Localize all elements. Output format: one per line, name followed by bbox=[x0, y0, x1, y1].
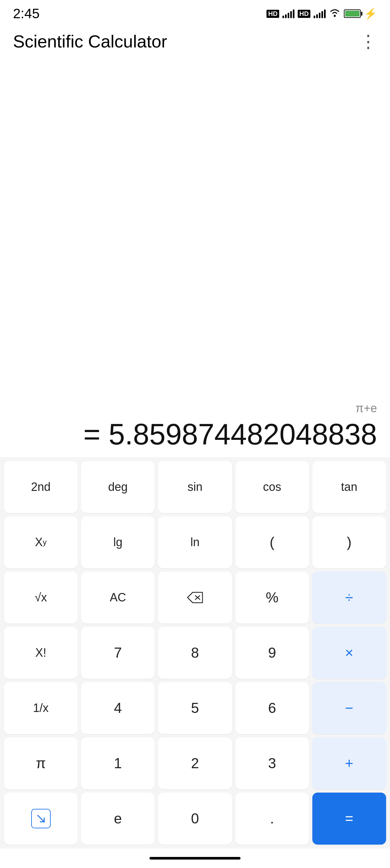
key-deg[interactable]: deg bbox=[81, 461, 155, 513]
wifi-icon bbox=[329, 8, 340, 20]
keypad-row-2: Xy lg ln ( ) bbox=[4, 516, 386, 568]
keypad-row-3: √x AC % ÷ bbox=[4, 571, 386, 623]
app-header: Scientific Calculator ⋮ bbox=[0, 25, 390, 58]
hd-badge-2: HD bbox=[298, 10, 311, 18]
key-equals[interactable]: = bbox=[312, 793, 386, 845]
key-tan[interactable]: tan bbox=[312, 461, 386, 513]
status-bar: 2:45 HD HD bbox=[0, 0, 390, 25]
key-xy[interactable]: Xy bbox=[4, 516, 78, 568]
key-multiply[interactable]: × bbox=[312, 627, 386, 679]
battery-icon: 100 bbox=[344, 9, 361, 18]
display-area: π+e = 5.859874482048838 bbox=[0, 58, 390, 457]
home-indicator bbox=[150, 857, 240, 860]
keypad-row-1: 2nd deg sin cos tan bbox=[4, 461, 386, 513]
key-backspace[interactable] bbox=[158, 571, 232, 623]
key-ln[interactable]: ln bbox=[158, 516, 232, 568]
key-sqrt[interactable]: √x bbox=[4, 571, 78, 623]
key-cos[interactable]: cos bbox=[235, 461, 309, 513]
key-2[interactable]: 2 bbox=[158, 737, 232, 789]
keypad: 2nd deg sin cos tan Xy lg ln ( ) √x AC %… bbox=[0, 457, 390, 848]
status-time: 2:45 bbox=[13, 6, 40, 22]
home-bar bbox=[0, 848, 390, 868]
key-e[interactable]: e bbox=[81, 793, 155, 845]
display-formula: π+e bbox=[13, 402, 377, 415]
keypad-row-5: 1/x 4 5 6 − bbox=[4, 682, 386, 734]
status-icons: HD HD bbox=[266, 7, 377, 20]
signal-bars-1 bbox=[283, 9, 294, 18]
key-2nd[interactable]: 2nd bbox=[4, 461, 78, 513]
svg-point-0 bbox=[334, 15, 336, 17]
signal-bars-2 bbox=[314, 9, 326, 18]
keypad-row-6: π 1 2 3 + bbox=[4, 737, 386, 789]
key-decimal[interactable]: . bbox=[235, 793, 309, 845]
menu-button[interactable]: ⋮ bbox=[359, 32, 377, 50]
key-factorial[interactable]: X! bbox=[4, 627, 78, 679]
app-title: Scientific Calculator bbox=[13, 31, 167, 51]
key-6[interactable]: 6 bbox=[235, 682, 309, 734]
key-4[interactable]: 4 bbox=[81, 682, 155, 734]
key-sin[interactable]: sin bbox=[158, 461, 232, 513]
key-close-paren[interactable]: ) bbox=[312, 516, 386, 568]
display-result: = 5.859874482048838 bbox=[13, 418, 377, 451]
key-3[interactable]: 3 bbox=[235, 737, 309, 789]
key-9[interactable]: 9 bbox=[235, 627, 309, 679]
key-pi[interactable]: π bbox=[4, 737, 78, 789]
key-collapse[interactable] bbox=[4, 793, 78, 845]
key-add[interactable]: + bbox=[312, 737, 386, 789]
key-subtract[interactable]: − bbox=[312, 682, 386, 734]
key-8[interactable]: 8 bbox=[158, 627, 232, 679]
key-reciprocal[interactable]: 1/x bbox=[4, 682, 78, 734]
key-5[interactable]: 5 bbox=[158, 682, 232, 734]
key-ac[interactable]: AC bbox=[81, 571, 155, 623]
key-7[interactable]: 7 bbox=[81, 627, 155, 679]
charging-icon: ⚡ bbox=[364, 7, 377, 20]
keypad-row-7: e 0 . = bbox=[4, 793, 386, 845]
key-1[interactable]: 1 bbox=[81, 737, 155, 789]
key-lg[interactable]: lg bbox=[81, 516, 155, 568]
key-0[interactable]: 0 bbox=[158, 793, 232, 845]
key-open-paren[interactable]: ( bbox=[235, 516, 309, 568]
key-percent[interactable]: % bbox=[235, 571, 309, 623]
hd-badge-1: HD bbox=[266, 10, 279, 18]
keypad-row-4: X! 7 8 9 × bbox=[4, 627, 386, 679]
key-divide[interactable]: ÷ bbox=[312, 571, 386, 623]
